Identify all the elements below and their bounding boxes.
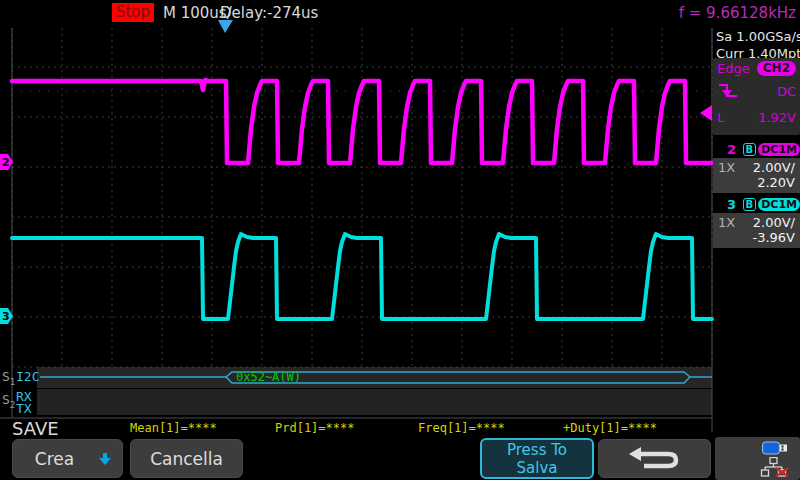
measurement-mean: Mean[1]=**** [130,421,217,435]
measurement-duty: +Duty[1]=**** [563,421,657,435]
trigger-mode-label: Edge [717,61,750,76]
channel3-panel[interactable]: 3 B DC1M 1X 2.00V/ -3.96V [713,196,800,248]
i2c-decoded-data: 0x52~A(W) [236,370,301,384]
channel2-scale: 2.00V/ [753,160,795,175]
measurement-freq: Freq[1]=**** [418,421,505,435]
sample-rate-readout: Sa 1.00GSa/s [716,29,800,44]
press-to-save-button[interactable]: Press To Salva [480,438,594,479]
decode2-tx-label[interactable]: TX [16,401,32,416]
ch2-ground-marker-label: 2 [2,156,10,169]
decode-bus1-background [37,367,712,388]
trigger-panel[interactable]: Edge CH2 DC L 1.92V [713,58,800,135]
trigger-level-label: L [717,110,724,125]
dropdown-arrow-icon [98,453,112,466]
channel2-offset: 2.20V [718,175,795,190]
return-arrow-icon [628,447,682,471]
decode1-protocol-label[interactable]: I2C [16,369,39,384]
channel3-number: 3 [727,197,736,212]
ch3-ground-marker-label: 3 [2,310,10,323]
cancel-button-label: Cancella [150,449,223,469]
channel2-probe-ratio: 1X [718,160,735,175]
decode1-slot-label: S1 [2,369,15,387]
channel2-panel[interactable]: 2 B DC1M 1X 2.00V/ 2.20V [713,141,800,193]
measurement-period: Prd[1]=**** [275,421,354,435]
ch3-ground-marker[interactable] [0,308,13,324]
decode2-slot-label: S2 [2,392,15,410]
press-to-save-line2: Salva [517,459,558,477]
lan-disconnected-icon [759,457,789,477]
trigger-delay-readout[interactable]: Delay:-274us [220,4,318,22]
channel2-coupling-badge: DC1M [758,143,800,156]
menu-title: SAVE [12,418,59,439]
usb-device-icon [762,441,788,455]
create-button-label: Crea [35,449,74,469]
ch3-waveform [12,234,712,319]
back-button[interactable] [598,439,711,478]
channel3-scale: 2.00V/ [753,215,795,230]
run-stop-status-badge[interactable]: Stop [112,3,154,22]
decode-bus2-background [37,389,712,415]
ch2-waveform [12,80,712,163]
trigger-coupling-label: DC [777,84,796,99]
frequency-counter-readout: f = 9.66128kHz [679,4,796,22]
channel3-offset: -3.96V [718,230,795,245]
io-status-panel[interactable] [715,437,800,480]
bandwidth-limit-badge: B [743,143,757,156]
bandwidth-limit-badge: B [743,198,757,211]
trigger-level-marker[interactable] [700,105,712,121]
trigger-source-badge[interactable]: CH2 [757,61,796,76]
press-to-save-line1: Press To [507,441,567,459]
falling-edge-icon [717,82,739,100]
trigger-level-value: 1.92V [758,110,796,125]
channel3-probe-ratio: 1X [718,215,735,230]
channel3-coupling-badge: DC1M [758,198,800,211]
create-button[interactable]: Crea [12,439,123,478]
ch2-ground-marker[interactable] [0,154,13,170]
channel2-number: 2 [727,142,736,157]
cancel-button[interactable]: Cancella [130,439,243,478]
